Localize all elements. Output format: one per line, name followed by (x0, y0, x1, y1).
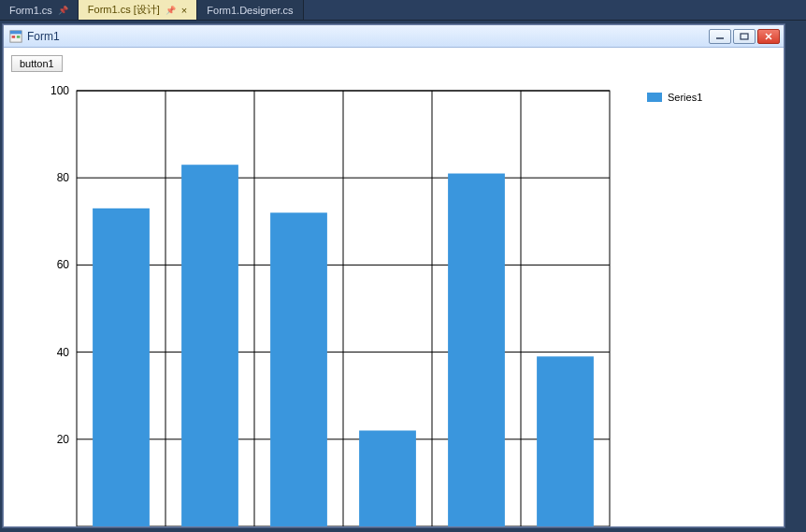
svg-text:100: 100 (50, 84, 69, 97)
tab-form1-design[interactable]: Form1.cs [设计] 📌 × (79, 0, 197, 20)
pin-icon: 📌 (166, 6, 176, 15)
tab-form1-designer-cs[interactable]: Form1.Designer.cs (197, 0, 303, 20)
maximize-button[interactable] (733, 29, 756, 44)
app-icon (9, 30, 22, 43)
svg-rect-5 (741, 34, 748, 39)
chart-control[interactable]: 20406080100Series1 (11, 78, 750, 526)
tab-label: Form1.cs [设计] (88, 3, 160, 17)
svg-rect-28 (448, 174, 505, 526)
titlebar[interactable]: Form1 (4, 25, 784, 48)
close-button[interactable] (757, 29, 780, 44)
close-icon[interactable]: × (181, 5, 187, 16)
svg-rect-2 (12, 36, 16, 38)
tab-label: Form1.Designer.cs (207, 5, 293, 16)
form-window: Form1 button1 20406080100Series1 (3, 24, 784, 527)
designer-workspace: Form1 button1 20406080100Series1 (0, 21, 806, 532)
window-title: Form1 (27, 30, 60, 43)
tab-label: Form1.cs (9, 5, 52, 16)
minimize-button[interactable] (709, 29, 731, 44)
svg-text:80: 80 (57, 171, 70, 184)
svg-text:40: 40 (57, 346, 70, 359)
svg-rect-25 (181, 165, 238, 526)
svg-text:20: 20 (57, 433, 70, 446)
svg-rect-27 (359, 430, 416, 526)
svg-rect-1 (10, 30, 22, 34)
svg-rect-26 (270, 212, 327, 526)
svg-text:60: 60 (57, 258, 70, 271)
svg-rect-30 (647, 93, 662, 102)
button1[interactable]: button1 (11, 55, 63, 72)
form-client-area: button1 20406080100Series1 (4, 48, 784, 526)
pin-icon: 📌 (58, 6, 68, 15)
tab-form1-cs[interactable]: Form1.cs 📌 (0, 0, 79, 20)
editor-tab-bar: Form1.cs 📌 Form1.cs [设计] 📌 × Form1.Desig… (0, 0, 806, 21)
svg-rect-3 (17, 36, 21, 38)
svg-rect-24 (93, 208, 150, 526)
svg-text:Series1: Series1 (668, 92, 702, 103)
chart-svg: 20406080100Series1 (11, 78, 750, 526)
svg-rect-29 (537, 356, 594, 526)
